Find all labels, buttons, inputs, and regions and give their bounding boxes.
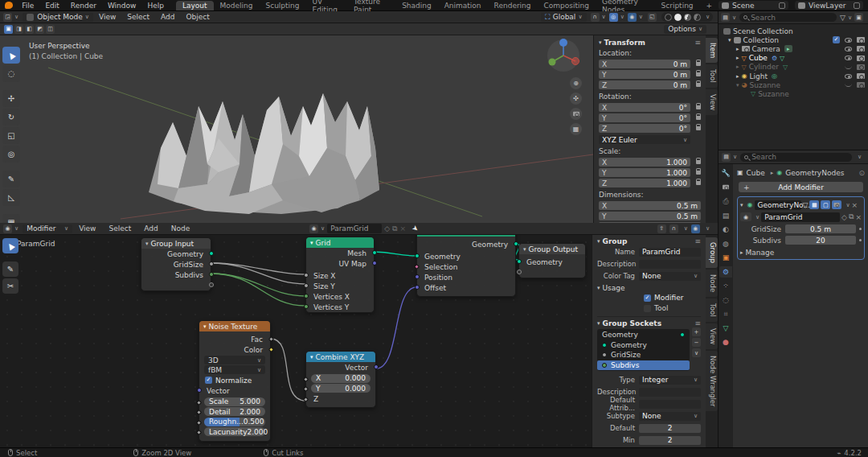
node-combine-xyz[interactable]: ▾Combine XYZ Vector X0.000 Y0.000 Z bbox=[305, 351, 376, 408]
hide-icon[interactable] bbox=[845, 56, 852, 60]
snap-magnet-icon[interactable]: ∩ bbox=[591, 13, 600, 22]
scale-y-field[interactable]: Y1.000 bbox=[599, 168, 690, 177]
menu-window[interactable]: Window bbox=[102, 2, 142, 10]
transform-panel-title[interactable]: Transform bbox=[604, 39, 645, 47]
outliner-row-light[interactable]: ▸◉ Light ◎ bbox=[719, 72, 868, 80]
vertex-group-filter-icon[interactable]: ▽ bbox=[803, 201, 809, 209]
go-parent-node-icon[interactable]: ⇧ bbox=[657, 224, 666, 233]
transform-tool[interactable]: ◎ bbox=[2, 146, 20, 163]
lock-icon[interactable] bbox=[690, 83, 701, 87]
group-name-input[interactable]: ParamGrid bbox=[639, 248, 701, 257]
outliner-display-mode-icon[interactable]: ▤ bbox=[721, 13, 730, 22]
viewport-menu-add[interactable]: Add bbox=[155, 13, 180, 21]
group-name-field[interactable]: ParamGrid bbox=[327, 224, 382, 233]
close-icon[interactable]: × bbox=[852, 201, 858, 209]
annotate-tool[interactable]: ✎ bbox=[2, 261, 18, 277]
outliner-row-camera[interactable]: ▸ Camera ▸ bbox=[719, 44, 868, 53]
display-realtime-toggle[interactable]: ▢ bbox=[821, 200, 830, 209]
outliner-row-collection[interactable]: ▾ Collection ✓ bbox=[719, 35, 868, 44]
xray-toggle-icon[interactable]: ◱ bbox=[648, 13, 657, 22]
panel-menu-icon[interactable]: ≡ bbox=[694, 39, 701, 47]
filter-icon[interactable]: ▽ bbox=[840, 14, 845, 22]
subtype-dropdown[interactable]: None∨ bbox=[639, 412, 701, 421]
pan-hand-icon[interactable]: ✣ bbox=[570, 93, 582, 105]
hidden-icon[interactable] bbox=[845, 83, 852, 87]
node-noise-texture[interactable]: ▾Noise Texture Fac Color 3D∨ fBM∨ ✓Norma… bbox=[199, 320, 271, 442]
lock-icon[interactable] bbox=[690, 160, 701, 164]
select-box-tool[interactable]: ▲ bbox=[2, 238, 18, 253]
new-viewlayer-icon[interactable] bbox=[854, 2, 860, 9]
disable-render-icon[interactable] bbox=[857, 56, 865, 61]
disable-render-icon[interactable] bbox=[857, 37, 865, 43]
editor-type-icon[interactable]: ◲ bbox=[3, 13, 12, 22]
workspace-tab-sculpting[interactable]: Sculpting bbox=[259, 1, 305, 10]
overlay-toggle-icon[interactable]: ◉ bbox=[628, 13, 637, 22]
menu-help[interactable]: Help bbox=[141, 2, 170, 10]
zoom-icon[interactable]: ⊕ bbox=[570, 77, 582, 89]
workspace-tab-compositing[interactable]: Compositing bbox=[538, 1, 596, 10]
modifier-extras-dropdown[interactable]: ∨ bbox=[845, 202, 850, 208]
group-description-input[interactable] bbox=[639, 260, 701, 269]
scene-selector[interactable]: Scene bbox=[719, 1, 788, 10]
add-cube-tool[interactable]: ▦ bbox=[2, 214, 20, 223]
editor-type-icon[interactable]: ▤ bbox=[722, 153, 731, 162]
tab-constraints[interactable]: ⌗ bbox=[719, 308, 732, 319]
hide-icon[interactable] bbox=[845, 74, 852, 79]
breadcrumb-data[interactable]: GeometryNodes bbox=[785, 169, 844, 177]
noise-lacunarity-field[interactable]: Lacunarity2.000 bbox=[204, 427, 265, 436]
workspace-tab-animation[interactable]: Animation bbox=[438, 1, 488, 10]
socket-description-input[interactable] bbox=[639, 388, 701, 397]
menu-edit[interactable]: Edit bbox=[39, 2, 64, 10]
noise-scale-field[interactable]: Scale5.000 bbox=[204, 397, 265, 406]
tab-item[interactable]: Item bbox=[706, 38, 718, 63]
shading-wireframe-icon[interactable] bbox=[665, 14, 672, 21]
normalize-checkbox[interactable]: ✓Normalize bbox=[199, 375, 270, 385]
pin-icon[interactable]: ⊙ bbox=[858, 169, 865, 177]
measure-tool[interactable]: ◺ bbox=[2, 189, 20, 206]
pin-icon[interactable]: ➤ bbox=[411, 224, 420, 234]
node-group-output[interactable]: ▾Group Output Geometry bbox=[518, 243, 586, 278]
animate-dot[interactable] bbox=[859, 239, 862, 241]
combine-y-field[interactable]: Y0.000 bbox=[311, 384, 371, 393]
outliner-row-scene-collection[interactable]: Scene Collection bbox=[719, 27, 868, 35]
rotate-tool[interactable]: ↻ bbox=[2, 109, 20, 126]
shading-material-icon[interactable] bbox=[684, 14, 691, 21]
tab-tool[interactable]: 🔧 bbox=[719, 167, 732, 179]
location-y-field[interactable]: Y0 m bbox=[599, 70, 690, 79]
dimensions-x-field[interactable]: X0.5 m bbox=[599, 201, 701, 210]
node-menu-node[interactable]: Node bbox=[165, 224, 197, 233]
usage-modifier-checkbox[interactable]: ✓Modifier bbox=[644, 294, 701, 302]
shading-dropdown-icon[interactable]: ∨ bbox=[706, 14, 710, 20]
socket-type-dropdown[interactable]: Integer∨ bbox=[639, 376, 701, 385]
new-scene-icon[interactable] bbox=[779, 2, 785, 9]
links-cut-tool[interactable]: ✂ bbox=[2, 278, 18, 294]
hidden-icon[interactable] bbox=[845, 65, 852, 69]
menu-render[interactable]: Render bbox=[65, 2, 102, 10]
default-value-field[interactable]: 2 bbox=[639, 424, 701, 433]
unlink-icon[interactable]: × bbox=[855, 213, 862, 221]
gridsize-field[interactable]: 0.5 m bbox=[785, 224, 856, 233]
viewport-menu-view[interactable]: View bbox=[93, 13, 121, 21]
new-collection-icon[interactable]: ▣ bbox=[854, 13, 863, 22]
tab-material[interactable]: ● bbox=[719, 336, 732, 348]
rotation-z-field[interactable]: Z0° bbox=[599, 124, 690, 133]
move-tool[interactable]: ✢ bbox=[2, 90, 20, 107]
shading-solid-icon[interactable] bbox=[674, 14, 682, 21]
viewport-menu-select[interactable]: Select bbox=[121, 13, 155, 21]
subdivs-field[interactable]: 20 bbox=[785, 236, 856, 245]
tab-tool[interactable]: Tool bbox=[706, 64, 718, 88]
rotation-y-field[interactable]: Y0° bbox=[599, 113, 690, 122]
add-workspace-button[interactable]: + bbox=[700, 1, 719, 10]
annotate-tool[interactable]: ✎ bbox=[2, 171, 20, 187]
noise-type-dropdown[interactable]: fBM∨ bbox=[204, 365, 265, 374]
outliner-row-cube[interactable]: ▸▽ Cube ⚙ ▽ bbox=[719, 54, 868, 63]
lock-icon[interactable] bbox=[690, 181, 701, 185]
noise-roughness-field[interactable]: Roughn...0.500 bbox=[204, 418, 265, 426]
disable-render-icon[interactable] bbox=[857, 73, 865, 79]
options-dropdown[interactable]: Options∨ bbox=[664, 25, 706, 34]
tab-output[interactable]: ⎙ bbox=[719, 196, 732, 207]
snapping-icon[interactable]: ∩ bbox=[669, 224, 678, 233]
manage-subpanel[interactable]: ▸Manage bbox=[740, 247, 862, 257]
expand-icon[interactable]: ▾ bbox=[740, 202, 743, 208]
blender-logo-icon[interactable] bbox=[5, 2, 13, 9]
